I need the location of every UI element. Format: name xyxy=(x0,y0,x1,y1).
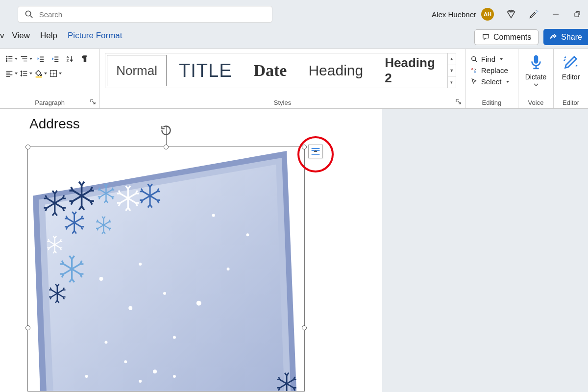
svg-point-62 xyxy=(85,375,88,378)
editing-label: Editing xyxy=(470,99,513,106)
svg-point-35 xyxy=(471,56,475,60)
pilcrow-icon[interactable] xyxy=(78,53,91,65)
dictate-button[interactable]: Dictate xyxy=(523,53,548,86)
user-name: Alex Huebner xyxy=(432,10,476,19)
group-voice: Dictate Voice xyxy=(518,49,554,108)
select-icon xyxy=(470,78,478,86)
group-paragraph: AZ Paragraph xyxy=(0,49,100,108)
rotation-handle-icon[interactable] xyxy=(160,124,172,139)
multilevel-list-icon[interactable] xyxy=(20,53,32,65)
share-icon xyxy=(549,33,558,41)
search-icon xyxy=(24,9,34,20)
tab-picture-format[interactable]: Picture Format xyxy=(65,31,129,47)
svg-point-52 xyxy=(139,263,142,266)
share-label: Share xyxy=(561,33,582,42)
find-button[interactable]: Find xyxy=(470,55,513,63)
document-page[interactable]: Address xyxy=(0,109,382,392)
picture-content xyxy=(28,147,304,391)
svg-point-4 xyxy=(6,56,7,57)
styles-label: Styles xyxy=(105,99,460,106)
chevron-down-icon xyxy=(534,83,539,86)
minimize-icon[interactable] xyxy=(551,11,561,18)
svg-line-1 xyxy=(30,16,32,18)
group-editing: Find ab Replace Select Editing xyxy=(466,49,518,108)
svg-point-5 xyxy=(6,58,7,59)
svg-point-58 xyxy=(124,360,127,363)
user-account[interactable]: Alex Huebner AH xyxy=(432,8,494,21)
tab-help[interactable]: Help xyxy=(37,31,65,47)
svg-point-59 xyxy=(104,341,107,343)
svg-point-6 xyxy=(6,60,7,61)
svg-point-63 xyxy=(227,268,230,270)
paragraph-label: Paragraph xyxy=(5,99,95,106)
comment-icon xyxy=(482,33,490,41)
group-editor: Editor Editor xyxy=(554,49,588,108)
style-title[interactable]: TITLE xyxy=(168,53,243,88)
styles-launcher-icon[interactable] xyxy=(455,98,462,105)
ribbon-tabs: v View Help Picture Format Comments Shar… xyxy=(0,28,588,49)
svg-rect-3 xyxy=(575,13,579,17)
svg-point-56 xyxy=(173,336,176,339)
style-heading[interactable]: Heading xyxy=(297,53,374,88)
tab-view[interactable]: View xyxy=(9,31,38,47)
decrease-indent-icon[interactable] xyxy=(34,53,47,65)
document-area: Address xyxy=(0,109,588,392)
align-left-icon[interactable] xyxy=(5,68,18,79)
select-button[interactable]: Select xyxy=(470,77,513,86)
svg-text:a: a xyxy=(471,67,473,71)
comments-label: Comments xyxy=(493,33,531,42)
line-spacing-icon[interactable] xyxy=(20,68,32,79)
group-styles: Normal TITLE Date Heading Heading 2 ▲ ▼ … xyxy=(100,49,466,108)
svg-text:Z: Z xyxy=(67,58,69,63)
microphone-icon xyxy=(528,54,544,71)
avatar: AH xyxy=(481,8,494,21)
increase-indent-icon[interactable] xyxy=(49,53,62,65)
diamond-icon[interactable] xyxy=(506,9,516,20)
editor-button[interactable]: Editor xyxy=(559,53,583,81)
address-heading: Address xyxy=(29,116,80,132)
style-normal[interactable]: Normal xyxy=(105,53,168,88)
share-button[interactable]: Share xyxy=(543,29,588,45)
gallery-more-icon[interactable]: ▾ xyxy=(448,76,456,88)
voice-label: Voice xyxy=(523,99,548,106)
editor-label: Editor xyxy=(559,99,583,106)
ribbon: AZ Paragraph Normal TITLE Date Heading H… xyxy=(0,49,588,109)
borders-icon[interactable] xyxy=(49,68,62,79)
paragraph-launcher-icon[interactable] xyxy=(90,98,97,105)
layout-options-icon xyxy=(311,147,320,156)
replace-button[interactable]: ab Replace xyxy=(470,66,513,74)
restore-icon[interactable] xyxy=(572,11,582,18)
svg-point-57 xyxy=(153,369,157,373)
svg-point-64 xyxy=(246,233,249,236)
gallery-up-icon[interactable]: ▲ xyxy=(448,53,456,65)
styles-gallery[interactable]: Normal TITLE Date Heading Heading 2 ▲ ▼ … xyxy=(105,53,456,88)
layout-options-button[interactable] xyxy=(308,145,323,158)
comments-button[interactable]: Comments xyxy=(474,29,539,45)
svg-point-53 xyxy=(128,306,132,310)
sort-icon[interactable]: AZ xyxy=(64,53,76,65)
search-input[interactable] xyxy=(39,10,266,19)
tab-prev[interactable]: v xyxy=(0,31,9,47)
search-box[interactable] xyxy=(18,6,272,23)
svg-point-51 xyxy=(99,277,103,281)
svg-line-36 xyxy=(475,60,477,62)
editor-icon xyxy=(563,54,579,71)
svg-point-61 xyxy=(173,375,176,378)
svg-point-54 xyxy=(163,292,166,295)
picture-selection[interactable] xyxy=(27,147,305,392)
title-bar: Alex Huebner AH xyxy=(0,0,588,28)
style-date[interactable]: Date xyxy=(243,53,297,88)
svg-point-65 xyxy=(212,214,215,217)
find-icon xyxy=(470,55,478,63)
svg-rect-39 xyxy=(534,55,538,64)
replace-icon: ab xyxy=(470,67,478,74)
svg-point-60 xyxy=(139,380,142,383)
pen-sparkle-icon[interactable] xyxy=(528,9,539,20)
svg-point-55 xyxy=(196,301,201,306)
style-heading-2[interactable]: Heading 2 xyxy=(374,53,447,88)
bullets-icon[interactable] xyxy=(5,53,18,65)
gallery-down-icon[interactable]: ▼ xyxy=(448,65,456,77)
svg-point-0 xyxy=(25,11,30,16)
shading-icon[interactable] xyxy=(34,68,47,79)
